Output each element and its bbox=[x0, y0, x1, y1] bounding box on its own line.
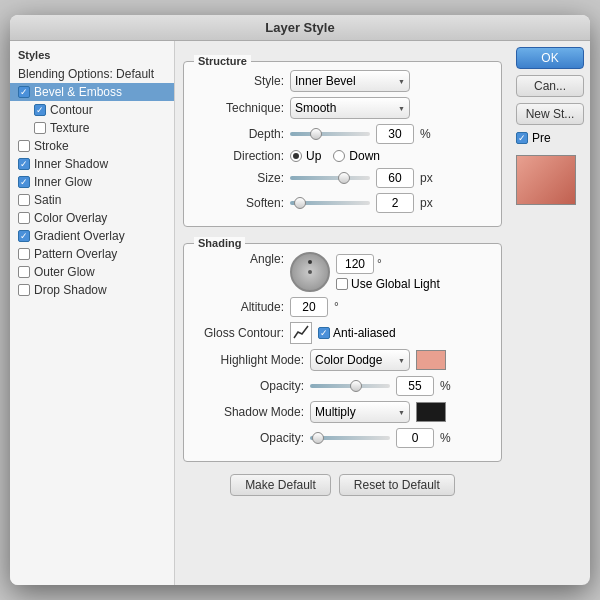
use-global-light-checkbox[interactable] bbox=[336, 278, 348, 290]
highlight-opacity-unit: % bbox=[440, 379, 451, 393]
angle-row: Angle: ° bbox=[194, 252, 491, 292]
highlight-opacity-label: Opacity: bbox=[194, 379, 304, 393]
anti-aliased-label: Anti-aliased bbox=[333, 326, 396, 340]
ok-button[interactable]: OK bbox=[516, 47, 584, 69]
direction-radio-group: Up Down bbox=[290, 149, 380, 163]
outer-glow-checkbox[interactable] bbox=[18, 266, 30, 278]
technique-select[interactable]: Smooth Chisel Hard Chisel Soft bbox=[290, 97, 410, 119]
main-content: Structure Style: Inner Bevel Outer Bevel… bbox=[175, 41, 510, 585]
satin-label: Satin bbox=[34, 193, 61, 207]
shadow-opacity-unit: % bbox=[440, 431, 451, 445]
highlight-opacity-thumb[interactable] bbox=[350, 380, 362, 392]
angle-wheel[interactable] bbox=[290, 252, 330, 292]
direction-up-option[interactable]: Up bbox=[290, 149, 321, 163]
bevel-emboss-label: Bevel & Emboss bbox=[34, 85, 122, 99]
style-select[interactable]: Inner Bevel Outer Bevel Emboss Pillow Em… bbox=[290, 70, 410, 92]
color-overlay-label: Color Overlay bbox=[34, 211, 107, 225]
sidebar-item-drop-shadow[interactable]: Drop Shadow bbox=[10, 281, 174, 299]
preview-label: Pre bbox=[532, 131, 551, 145]
shadow-mode-row: Shadow Mode: Multiply Normal Color Dodge… bbox=[194, 401, 491, 423]
use-global-light-row[interactable]: Use Global Light bbox=[336, 277, 440, 291]
sidebar-item-inner-glow[interactable]: Inner Glow bbox=[10, 173, 174, 191]
sidebar-item-inner-shadow[interactable]: Inner Shadow bbox=[10, 155, 174, 173]
highlight-mode-label: Highlight Mode: bbox=[194, 353, 304, 367]
sidebar-item-satin[interactable]: Satin bbox=[10, 191, 174, 209]
pattern-overlay-label: Pattern Overlay bbox=[34, 247, 117, 261]
sidebar: Styles Blending Options: Default Bevel &… bbox=[10, 41, 175, 585]
make-default-button[interactable]: Make Default bbox=[230, 474, 331, 496]
preview-row: Pre bbox=[516, 131, 584, 145]
soften-thumb[interactable] bbox=[294, 197, 306, 209]
size-input[interactable] bbox=[376, 168, 414, 188]
inner-shadow-checkbox[interactable] bbox=[18, 158, 30, 170]
shadow-opacity-row: Opacity: % bbox=[194, 428, 491, 448]
highlight-opacity-input[interactable] bbox=[396, 376, 434, 396]
shadow-opacity-slider[interactable] bbox=[310, 436, 390, 440]
bevel-emboss-checkbox[interactable] bbox=[18, 86, 30, 98]
angle-center-dot bbox=[308, 270, 312, 274]
shadow-opacity-input[interactable] bbox=[396, 428, 434, 448]
bottom-buttons: Make Default Reset to Default bbox=[183, 468, 502, 502]
sidebar-item-gradient-overlay[interactable]: Gradient Overlay bbox=[10, 227, 174, 245]
stroke-checkbox[interactable] bbox=[18, 140, 30, 152]
highlight-mode-select[interactable]: Color Dodge Normal Multiply Screen Overl… bbox=[310, 349, 410, 371]
highlight-mode-select-wrapper: Color Dodge Normal Multiply Screen Overl… bbox=[310, 349, 410, 371]
anti-aliased-row[interactable]: Anti-aliased bbox=[318, 326, 396, 340]
sidebar-item-pattern-overlay[interactable]: Pattern Overlay bbox=[10, 245, 174, 263]
sidebar-item-stroke[interactable]: Stroke bbox=[10, 137, 174, 155]
size-thumb[interactable] bbox=[338, 172, 350, 184]
depth-input[interactable] bbox=[376, 124, 414, 144]
pattern-overlay-checkbox[interactable] bbox=[18, 248, 30, 260]
angle-input[interactable] bbox=[336, 254, 374, 274]
sidebar-item-bevel-emboss[interactable]: Bevel & Emboss bbox=[10, 83, 174, 101]
drop-shadow-label: Drop Shadow bbox=[34, 283, 107, 297]
sidebar-item-color-overlay[interactable]: Color Overlay bbox=[10, 209, 174, 227]
texture-label: Texture bbox=[50, 121, 89, 135]
size-unit: px bbox=[420, 171, 433, 185]
styles-heading: Styles bbox=[10, 47, 174, 65]
inner-glow-checkbox[interactable] bbox=[18, 176, 30, 188]
shadow-color-swatch[interactable] bbox=[416, 402, 446, 422]
soften-slider[interactable] bbox=[290, 201, 370, 205]
inner-shadow-label: Inner Shadow bbox=[34, 157, 108, 171]
depth-unit: % bbox=[420, 127, 431, 141]
reset-to-default-button[interactable]: Reset to Default bbox=[339, 474, 455, 496]
shadow-opacity-thumb[interactable] bbox=[312, 432, 324, 444]
direction-down-option[interactable]: Down bbox=[333, 149, 380, 163]
altitude-input[interactable] bbox=[290, 297, 328, 317]
direction-down-label: Down bbox=[349, 149, 380, 163]
gloss-contour-thumbnail[interactable] bbox=[290, 322, 312, 344]
anti-aliased-checkbox[interactable] bbox=[318, 327, 330, 339]
preview-checkbox[interactable] bbox=[516, 132, 528, 144]
satin-checkbox[interactable] bbox=[18, 194, 30, 206]
sidebar-item-texture[interactable]: Texture bbox=[10, 119, 174, 137]
drop-shadow-checkbox[interactable] bbox=[18, 284, 30, 296]
direction-up-radio[interactable] bbox=[290, 150, 302, 162]
highlight-opacity-slider[interactable] bbox=[310, 384, 390, 388]
size-slider[interactable] bbox=[290, 176, 370, 180]
color-overlay-checkbox[interactable] bbox=[18, 212, 30, 224]
shadow-mode-select[interactable]: Multiply Normal Color Dodge Screen bbox=[310, 401, 410, 423]
preview-thumbnail bbox=[516, 155, 576, 205]
texture-checkbox[interactable] bbox=[34, 122, 46, 134]
highlight-color-swatch[interactable] bbox=[416, 350, 446, 370]
altitude-row: Altitude: ° bbox=[194, 297, 491, 317]
size-label: Size: bbox=[194, 171, 284, 185]
contour-checkbox[interactable] bbox=[34, 104, 46, 116]
shadow-mode-label: Shadow Mode: bbox=[194, 405, 304, 419]
soften-label: Soften: bbox=[194, 196, 284, 210]
depth-slider[interactable] bbox=[290, 132, 370, 136]
sidebar-item-contour[interactable]: Contour bbox=[10, 101, 174, 119]
soften-input[interactable] bbox=[376, 193, 414, 213]
sidebar-item-outer-glow[interactable]: Outer Glow bbox=[10, 263, 174, 281]
shading-section: Shading Angle: bbox=[183, 243, 502, 462]
depth-thumb[interactable] bbox=[310, 128, 322, 140]
technique-row: Technique: Smooth Chisel Hard Chisel Sof… bbox=[194, 97, 491, 119]
new-style-button[interactable]: New St... bbox=[516, 103, 584, 125]
use-global-light-label: Use Global Light bbox=[351, 277, 440, 291]
cancel-button[interactable]: Can... bbox=[516, 75, 584, 97]
gradient-overlay-checkbox[interactable] bbox=[18, 230, 30, 242]
sidebar-item-blending-options[interactable]: Blending Options: Default bbox=[10, 65, 174, 83]
angle-indicator bbox=[308, 260, 312, 264]
direction-down-radio[interactable] bbox=[333, 150, 345, 162]
